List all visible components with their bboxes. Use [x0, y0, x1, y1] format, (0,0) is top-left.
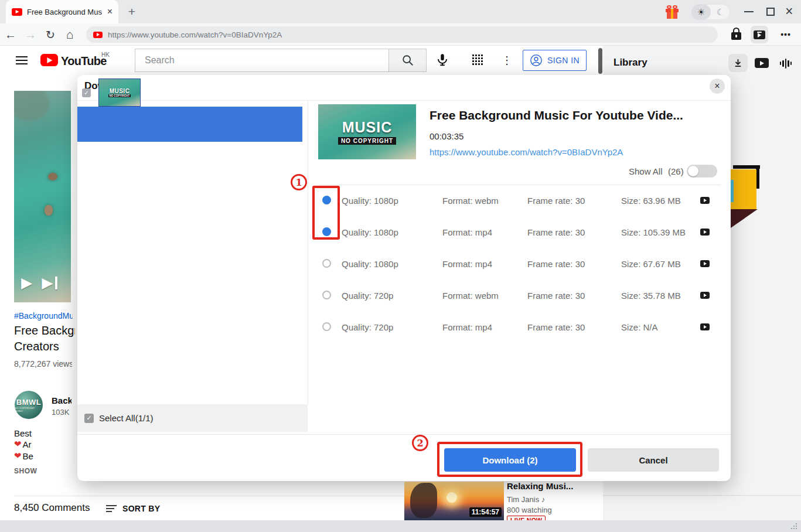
format-row[interactable]: Quality: 720p Format: webm Frame rate: 3… — [318, 279, 721, 311]
tab-close-icon[interactable]: × — [107, 7, 113, 16]
youtube-region-label: HK — [101, 52, 110, 58]
sign-in-button[interactable]: SIGN IN — [523, 50, 587, 71]
panel-divider — [603, 495, 801, 496]
video-title: Free Background Music For Youtube Vide..… — [430, 108, 718, 122]
item-checkbox[interactable]: ✓ — [82, 88, 91, 97]
description-line: ❤ Ar — [14, 439, 72, 449]
annotation-circle-2: 2 — [412, 435, 428, 451]
channel-name[interactable]: Back — [52, 395, 71, 405]
show-all-toggle[interactable] — [687, 165, 717, 178]
format-radio[interactable] — [322, 322, 331, 331]
light-mode-icon[interactable]: ☀ — [691, 4, 711, 20]
live-watching-count: 800 watching — [507, 506, 552, 514]
selected-video-item[interactable] — [77, 107, 302, 142]
resize-grip[interactable] — [790, 523, 797, 530]
video-player[interactable] — [14, 91, 71, 302]
live-video-title[interactable]: Relaxing Musi... — [507, 481, 573, 491]
live-channel-name: Tim Janis ♪ — [507, 495, 545, 504]
gift-icon[interactable] — [666, 5, 680, 19]
dark-mode-icon[interactable]: ☾ — [711, 4, 730, 20]
dialog-close-button[interactable]: × — [710, 79, 725, 94]
frame-rate-label: Frame rate: 30 — [527, 216, 585, 248]
video-tray-icon — [754, 30, 765, 39]
sort-by-button[interactable]: SORT BY — [122, 504, 160, 513]
address-bar[interactable]: https://www.youtube.com/watch?v=0BIaDVnY… — [86, 26, 718, 43]
maximize-button[interactable] — [766, 8, 775, 16]
video-duration: 00:03:35 — [430, 131, 463, 141]
next-icon-bar — [55, 277, 57, 289]
youtube-logo-text[interactable]: YouTube — [61, 54, 107, 68]
browser-menu-icon[interactable]: ••• — [775, 23, 797, 46]
minimize-button[interactable] — [744, 11, 754, 12]
format-label: Format: mp4 — [442, 248, 492, 279]
check-icon: ✓ — [84, 90, 88, 96]
apps-grid-icon[interactable] — [472, 54, 484, 66]
video-format-icon — [700, 260, 710, 267]
forward-button[interactable]: → — [21, 23, 40, 46]
size-label: Size: 63.96 MB — [621, 185, 681, 216]
search-icon — [401, 54, 414, 67]
format-label: Format: mp4 — [442, 311, 492, 343]
next-icon[interactable]: ▶ — [42, 274, 53, 291]
toggle-knob — [688, 166, 698, 176]
youtube-favicon — [12, 8, 22, 16]
annotation-box-2 — [437, 442, 582, 477]
url-text: https://www.youtube.com/watch?v=0BIaDVnY… — [108, 30, 282, 39]
audio-tab-button[interactable] — [778, 57, 794, 69]
show-all-count: (26) — [668, 166, 684, 176]
youtube-logo-icon[interactable] — [40, 54, 58, 66]
browser-tab[interactable]: Free Background Mus × — [6, 0, 118, 23]
live-timestamp: 11:54:57 — [469, 507, 502, 517]
download-dialog: Download × ✓ MUSIC NO COPYRIGHT Free Bac… — [77, 75, 731, 481]
dialog-vertical-divider — [308, 101, 308, 404]
format-row[interactable]: Quality: 1080p Format: webm Frame rate: … — [318, 185, 721, 216]
youtube-menu-icon[interactable]: ⋮ — [502, 54, 512, 67]
comments-count: 8,450 Comments — [14, 502, 90, 514]
channel-avatar[interactable]: BMWL NO COPYRIGHT MUSIC — [15, 391, 43, 419]
lock-icon[interactable] — [731, 28, 742, 42]
search-box[interactable] — [135, 49, 389, 72]
annotation-circle-1: 1 — [291, 174, 307, 190]
item-title: Free Background Music For Youtu... — [148, 75, 298, 110]
format-radio[interactable] — [322, 291, 331, 299]
format-row[interactable]: Quality: 1080p Format: mp4 Frame rate: 3… — [318, 248, 721, 279]
live-video-thumbnail[interactable]: 11:54:57 — [404, 482, 504, 520]
theme-toggle[interactable]: ☀ ☾ — [691, 4, 730, 20]
format-row[interactable]: Quality: 1080p Format: mp4 Frame rate: 3… — [318, 216, 721, 248]
titlebar: Free Background Mus × + ☀ ☾ × — [0, 0, 801, 23]
video-url-link[interactable]: https://www.youtube.com/watch?v=0BIaDVnY… — [430, 147, 623, 157]
frame-rate-label: Frame rate: 30 — [527, 185, 585, 216]
frame-rate-label: Frame rate: 30 — [527, 248, 585, 279]
video-tab-button[interactable] — [755, 58, 769, 68]
format-label: Format: mp4 — [442, 216, 492, 248]
downloader-extension-button[interactable] — [751, 26, 768, 43]
search-input[interactable] — [135, 49, 388, 71]
item-thumbnail: MUSIC NO COPYRIGHT — [98, 79, 141, 107]
new-tab-button[interactable]: + — [124, 4, 139, 19]
window-close-button[interactable]: × — [785, 4, 793, 19]
back-button[interactable]: ← — [1, 23, 20, 46]
video-icon — [755, 58, 769, 68]
select-all-label: Select All(1/1) — [99, 413, 154, 423]
voice-search-icon[interactable] — [435, 52, 450, 70]
page-scrollbar[interactable] — [598, 48, 602, 74]
video-hashtag-link[interactable]: #BackgroundMusi — [14, 311, 73, 320]
cancel-button[interactable]: Cancel — [588, 448, 719, 472]
format-label: Format: webm — [442, 185, 499, 216]
download-tab-button[interactable] — [728, 54, 748, 72]
select-all-checkbox[interactable]: ✓ — [84, 414, 94, 423]
player-controls[interactable]: ▶ ▶ — [21, 274, 57, 291]
hamburger-menu-icon[interactable] — [16, 56, 28, 64]
download-icon — [732, 57, 744, 69]
sign-in-label: SIGN IN — [547, 56, 580, 65]
reload-button[interactable]: ↻ — [41, 23, 60, 46]
format-radio[interactable] — [322, 259, 331, 268]
format-row[interactable]: Quality: 720p Format: mp4 Frame rate: 30… — [318, 311, 721, 343]
show-more-link[interactable]: SHOW — [14, 467, 37, 475]
play-icon[interactable]: ▶ — [21, 274, 32, 291]
select-all-bar: ✓ Select All(1/1) — [77, 404, 308, 432]
person-icon — [530, 54, 543, 67]
annotation-box-1 — [312, 186, 340, 240]
home-button[interactable]: ⌂ — [60, 23, 79, 46]
search-button[interactable] — [389, 49, 427, 72]
